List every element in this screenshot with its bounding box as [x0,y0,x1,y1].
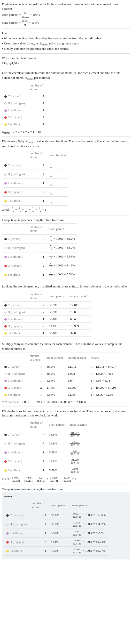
table-row: Li (lithium)15.56%6.94162.131 × 100% = 4… [4,528,108,538]
mass-percents-section: Compute mass percents using the mass fra… [2,487,130,560]
plan-bullet-3: • Finally, compute the percents and chec… [2,46,130,51]
lookup-mass-table: number of atomsatom percentatomic mass/u… [2,290,91,337]
write-formula-heading: Write the chemical formula: [2,56,130,60]
table-row: Li (lithium)15.56%6.941 × 6.94 = 6.94 [2,377,119,384]
table-row: C (carbon)7718 × 100% = 38.9% [2,234,77,244]
atom-percents-section: Compute atom percents using the atom fra… [2,218,130,280]
table-row: H (hydrogen)738.9%7.056162.131 [2,439,90,448]
plan-section: Plan: • Write the chemical formula and g… [2,31,130,51]
table-row: Li (lithium)1 [2,107,47,114]
atom-fractions-section: Divide each Ni by Natoms to calculate at… [2,139,130,212]
table-row: S (sulfur)1 [2,121,47,128]
table-row: S (sulfur)1118 × 100% = 5.56% [2,270,77,279]
table-row: S (sulfur)15.56%32.06162.131 [2,466,90,475]
answer-box: Answer: number of atomsatom percentmass … [2,492,130,560]
table-row: C (carbon)738.9%12.0117 × 12.011 = 84.07… [2,363,119,370]
chemical-formula: CH3C6H4SO2Li [2,61,130,66]
plan-bullet-1: • Write the chemical formula and gather … [2,36,130,40]
table-row: S (sulfur)15.56%32.06 [2,330,91,336]
table-row: H (hydrogen)738.9%1.0087 × 1.008 = 7.056 [2,370,119,377]
table-row: H (hydrogen)738.9%1.008 [2,308,91,316]
mass-fractions-table: number of atomsatom percentmass fraction… [2,419,90,475]
table-row: O (oxygen)2218 × 100% = 11.1% [2,261,77,270]
write-formula-section: Write the chemical formula: CH3C6H4SO2Li [2,56,130,66]
answer-label: Answer: [4,494,128,498]
mass-fractions-check: Check: 84.077162.131 + 7.056162.131 + 6.… [2,476,130,482]
plan-bullet-2: • Determine values for Ni, mi, Natoms an… [2,41,130,46]
table-row: O (oxygen)2218 [2,188,68,196]
table-row: C (carbon)7718 [2,161,68,170]
table-row: Li (lithium)1118 × 100% = 5.56% [2,252,77,261]
table-row: C (carbon)738.9%84.077162.131 [2,430,90,439]
intro-section: Find the elemental composition for lithi… [2,2,130,26]
table-row: O (oxygen)211.1%31.998162.131 [2,457,90,466]
table-row: S (sulfur)15.56%32.061 × 32.06 = 32.06 [2,391,119,398]
multiply-table: number of atomsatom percentatomic mass/u… [2,352,119,398]
plan-heading: Plan: [2,31,130,36]
mass-percents-table: number of atomsatom percentmass percent … [4,500,108,556]
table-row: O (oxygen)211.1%31.998162.131 × 100% = 1… [4,538,108,546]
table-row: O (oxygen)211.1%15.999 [2,322,91,330]
table-row: Li (lithium)15.56%6.94 [2,316,91,322]
lookup-mass-section: Look up the atomic mass, mi, in unified … [2,284,130,337]
table-row: C (carbon)738.9%84.077162.131 × 100% = 5… [4,511,108,520]
table-row: O (oxygen)211.1%15.9992 × 15.999 = 31.99… [2,384,119,391]
natoms-total: Natoms = 7 + 7 + 1 + 2 + 1 = 18 [2,130,130,134]
table-row: Li (lithium)1118 [2,178,68,188]
table-row: Li (lithium)15.56%6.94162.131 [2,448,90,457]
table-row: H (hydrogen)7718 × 100% = 38.9% [2,244,77,252]
table-row: C (carbon)738.9%12.011 [2,302,91,308]
atom-fractions-table: number of atomsatom fraction C (carbon)7… [2,150,68,206]
multiply-section: Multiply Ni by mi to compute the mass fo… [2,342,130,404]
atom-percent-formula: atom percent = NiNatoms × 100% [2,11,130,19]
atoms-count-table: number of atoms C (carbon)7 H (hydrogen)… [2,82,47,128]
count-atoms-section: Use the chemical formula to count the nu… [2,71,130,134]
mass-percent-formula: mass percent = Ni mim × 100% [2,20,130,26]
table-row: S (sulfur)15.56%32.06162.131 × 100% = 19… [4,546,108,555]
intro-prompt: Find the elemental composition for lithi… [2,2,130,11]
atom-percents-table: number of atomsatom percent C (carbon)77… [2,224,77,279]
table-row: H (hydrogen)7718 [2,170,68,178]
atom-fractions-check: Check: 718 + 718 + 118 + 218 + 118 = 1 [2,207,130,213]
table-row: S (sulfur)1118 [2,196,68,205]
table-row: O (oxygen)2 [2,114,47,121]
table-row: C (carbon)7 [2,93,47,100]
table-row: H (hydrogen)7 [2,100,47,107]
mass-fractions-section: Divide the mass for each element by m to… [2,409,130,482]
table-row: H (hydrogen)738.9%7.056162.131 × 100% = … [4,520,108,528]
mass-sum: m = 84.077 u + 7.056 u + 6.94 u + 31.998… [2,400,130,404]
